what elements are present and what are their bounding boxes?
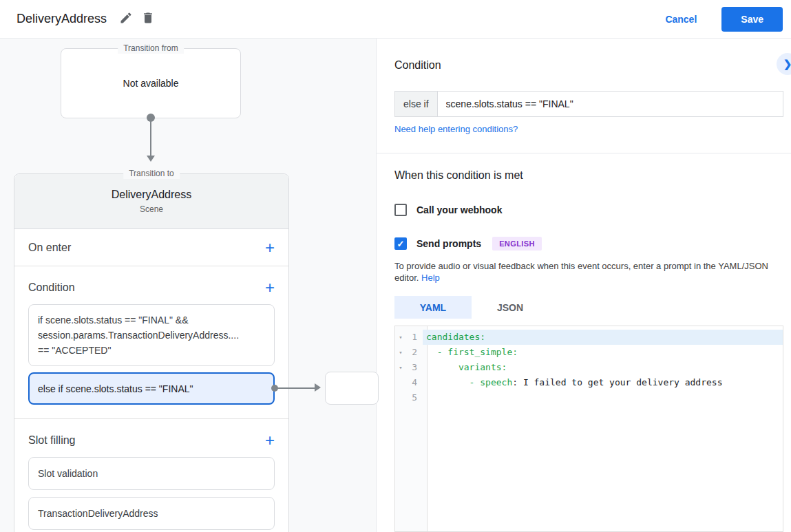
transition-target-node[interactable] (325, 372, 379, 405)
condition-value-input[interactable] (438, 91, 783, 117)
code-text[interactable]: candidates: (423, 330, 783, 345)
editor-format-tabs: YAML JSON (394, 296, 549, 319)
call-webhook-row: Call your webhook (394, 204, 502, 216)
condition-section-label: Condition (28, 281, 75, 294)
cancel-button[interactable]: Cancel (665, 14, 697, 25)
add-on-enter-icon[interactable]: + (265, 241, 275, 255)
section-divider (377, 153, 791, 153)
condition-item-else-if-selected[interactable]: else if scene.slots.status == "FINAL" (28, 372, 275, 405)
transition-from-content: Not available (123, 78, 179, 89)
panel-title: Condition (394, 59, 441, 72)
tab-json[interactable]: JSON (472, 296, 549, 319)
code-text[interactable]: variants: (423, 360, 783, 375)
scene-type-label: Scene (140, 204, 163, 214)
slot-filling-label: Slot filling (28, 434, 75, 447)
prompt-description-text: To provide audio or visual feedback when… (394, 261, 768, 283)
add-slot-icon[interactable]: + (265, 434, 275, 447)
webhook-checkbox-unchecked[interactable] (394, 204, 407, 216)
when-condition-met-title: When this condition is met (394, 169, 523, 182)
transition-from-node[interactable]: Transition from Not available (61, 48, 241, 118)
line-number: 1 (406, 330, 423, 345)
code-text[interactable]: - first_simple: (423, 345, 783, 360)
code-line: ▾ 1 candidates: (395, 330, 783, 345)
save-button[interactable]: Save (721, 7, 783, 32)
slot-filling-section: Slot filling + Slot validation Transacti… (14, 419, 288, 532)
fold-arrow-icon[interactable] (395, 390, 406, 405)
line-number: 4 (406, 375, 423, 390)
slot-item[interactable]: TransactionDeliveryAddress (28, 497, 275, 530)
scene-node-card: Transition to DeliveryAddress Scene On e… (14, 173, 289, 532)
fold-arrow-icon[interactable]: ▾ (395, 360, 406, 375)
scene-editor-app: DeliveryAddress Cancel Save Transition f… (0, 0, 791, 532)
line-number: 5 (406, 390, 423, 405)
transition-to-legend: Transition to (123, 168, 180, 179)
scene-card-header[interactable]: DeliveryAddress Scene (14, 174, 288, 229)
chevron-right-icon: ❯ (783, 58, 791, 70)
collapse-panel-button[interactable]: ❯ (777, 53, 791, 75)
connector-line-vertical (150, 120, 151, 157)
code-line: ▾ 3 variants: (395, 360, 783, 375)
condition-detail-panel: Condition ❯ else if Need help entering c… (376, 39, 791, 532)
prompt-help-link[interactable]: Help (421, 273, 440, 283)
condition-item-if[interactable]: if scene.slots.status == "FINAL" && sess… (28, 304, 275, 366)
edit-title-button[interactable] (115, 8, 137, 30)
pencil-icon (119, 11, 133, 27)
yaml-code-editor[interactable]: ▾ 1 candidates: ▾ 2 - first_simple: ▾ 3 … (394, 326, 783, 532)
fold-arrow-icon[interactable] (395, 375, 406, 390)
delete-scene-button[interactable] (137, 8, 159, 30)
condition-prefix-label: else if (394, 91, 438, 117)
transition-from-legend: Transition from (118, 43, 184, 54)
flow-canvas: Transition from Not available Transition… (0, 39, 376, 532)
fold-arrow-icon[interactable]: ▾ (395, 345, 406, 360)
scene-name: DeliveryAddress (112, 189, 191, 201)
top-bar: DeliveryAddress Cancel Save (0, 0, 791, 39)
condition-input-row: else if (394, 91, 783, 117)
trash-icon (141, 11, 155, 27)
check-icon: ✓ (397, 239, 405, 249)
add-condition-icon[interactable]: + (265, 281, 275, 295)
slot-item[interactable]: Slot validation (28, 457, 275, 490)
webhook-label[interactable]: Call your webhook (416, 204, 502, 215)
conditions-help-link[interactable]: Need help entering conditions? (394, 124, 518, 134)
arrow-down-icon (147, 156, 155, 162)
condition-section: Condition + if scene.slots.status == "FI… (14, 266, 288, 419)
send-prompts-row: ✓ Send prompts ENGLISH (394, 237, 542, 251)
arrow-right-icon (315, 383, 321, 392)
send-prompts-label[interactable]: Send prompts (416, 238, 481, 249)
on-enter-label: On enter (28, 242, 71, 254)
page-title: DeliveryAddress (17, 12, 107, 26)
prompt-description: To provide audio or visual feedback when… (394, 260, 781, 284)
send-prompts-checkbox-checked[interactable]: ✓ (394, 237, 407, 250)
code-text[interactable]: - speech: I failed to get your delivery … (423, 375, 783, 390)
line-number: 3 (406, 360, 423, 375)
code-line: 4 - speech: I failed to get your deliver… (395, 375, 783, 390)
fold-arrow-icon[interactable]: ▾ (395, 330, 406, 345)
connector-line-horizontal (277, 387, 315, 389)
line-number: 2 (406, 345, 423, 360)
language-badge: ENGLISH (492, 237, 542, 251)
on-enter-row[interactable]: On enter + (14, 229, 288, 266)
tab-yaml[interactable]: YAML (394, 296, 472, 319)
code-text[interactable] (423, 390, 783, 405)
code-line: ▾ 2 - first_simple: (395, 345, 783, 360)
code-line: 5 (395, 390, 783, 405)
